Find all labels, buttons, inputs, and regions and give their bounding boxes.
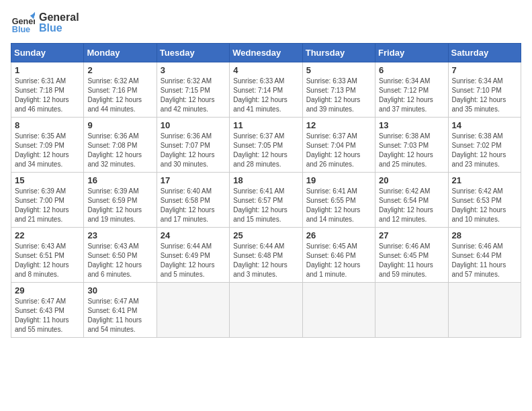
svg-text:Blue: Blue bbox=[12, 25, 30, 34]
day-info: Sunrise: 6:39 AM Sunset: 6:59 PM Dayligh… bbox=[87, 187, 152, 224]
day-cell-1: 1Sunrise: 6:31 AM Sunset: 7:18 PM Daylig… bbox=[11, 62, 84, 118]
day-cell-24: 24Sunrise: 6:44 AM Sunset: 6:49 PM Dayli… bbox=[157, 228, 229, 283]
day-cell-12: 12Sunrise: 6:37 AM Sunset: 7:04 PM Dayli… bbox=[302, 118, 375, 173]
empty-cell bbox=[157, 283, 229, 338]
day-number: 25 bbox=[233, 230, 298, 240]
week-row-1: 1Sunrise: 6:31 AM Sunset: 7:18 PM Daylig… bbox=[11, 62, 521, 118]
empty-cell bbox=[230, 283, 302, 338]
day-info: Sunrise: 6:44 AM Sunset: 6:49 PM Dayligh… bbox=[161, 242, 226, 279]
day-number: 10 bbox=[161, 120, 226, 130]
day-info: Sunrise: 6:36 AM Sunset: 7:08 PM Dayligh… bbox=[87, 132, 152, 169]
day-info: Sunrise: 6:40 AM Sunset: 6:58 PM Dayligh… bbox=[161, 187, 226, 224]
day-cell-15: 15Sunrise: 6:39 AM Sunset: 7:00 PM Dayli… bbox=[11, 173, 84, 228]
day-number: 21 bbox=[452, 175, 517, 185]
weekday-monday: Monday bbox=[84, 44, 157, 62]
weekday-sunday: Sunday bbox=[11, 44, 84, 62]
weekday-wednesday: Wednesday bbox=[230, 44, 302, 62]
day-cell-7: 7Sunrise: 6:34 AM Sunset: 7:10 PM Daylig… bbox=[448, 62, 521, 118]
empty-cell bbox=[302, 283, 375, 338]
day-info: Sunrise: 6:33 AM Sunset: 7:13 PM Dayligh… bbox=[306, 77, 371, 114]
day-cell-28: 28Sunrise: 6:46 AM Sunset: 6:44 PM Dayli… bbox=[448, 228, 521, 283]
day-number: 29 bbox=[15, 285, 80, 295]
day-cell-14: 14Sunrise: 6:38 AM Sunset: 7:02 PM Dayli… bbox=[448, 118, 521, 173]
day-number: 5 bbox=[306, 65, 371, 75]
week-row-2: 8Sunrise: 6:35 AM Sunset: 7:09 PM Daylig… bbox=[11, 118, 521, 173]
page-header: General Blue General Blue bbox=[11, 11, 521, 35]
day-info: Sunrise: 6:33 AM Sunset: 7:14 PM Dayligh… bbox=[233, 77, 298, 114]
day-info: Sunrise: 6:39 AM Sunset: 7:00 PM Dayligh… bbox=[15, 187, 80, 224]
day-cell-18: 18Sunrise: 6:41 AM Sunset: 6:57 PM Dayli… bbox=[230, 173, 302, 228]
logo: General Blue General Blue bbox=[11, 11, 79, 35]
day-info: Sunrise: 6:45 AM Sunset: 6:46 PM Dayligh… bbox=[306, 242, 371, 279]
day-cell-22: 22Sunrise: 6:43 AM Sunset: 6:51 PM Dayli… bbox=[11, 228, 84, 283]
day-info: Sunrise: 6:42 AM Sunset: 6:53 PM Dayligh… bbox=[452, 187, 517, 224]
day-info: Sunrise: 6:37 AM Sunset: 7:04 PM Dayligh… bbox=[306, 132, 371, 169]
day-number: 24 bbox=[161, 230, 226, 240]
day-info: Sunrise: 6:38 AM Sunset: 7:02 PM Dayligh… bbox=[452, 132, 517, 169]
day-info: Sunrise: 6:43 AM Sunset: 6:51 PM Dayligh… bbox=[15, 242, 80, 279]
day-cell-20: 20Sunrise: 6:42 AM Sunset: 6:54 PM Dayli… bbox=[375, 173, 448, 228]
day-number: 28 bbox=[452, 230, 517, 240]
day-number: 12 bbox=[306, 120, 371, 130]
day-info: Sunrise: 6:34 AM Sunset: 7:12 PM Dayligh… bbox=[379, 77, 444, 114]
day-info: Sunrise: 6:47 AM Sunset: 6:41 PM Dayligh… bbox=[87, 297, 152, 334]
weekday-tuesday: Tuesday bbox=[157, 44, 229, 62]
day-number: 27 bbox=[379, 230, 444, 240]
day-info: Sunrise: 6:37 AM Sunset: 7:05 PM Dayligh… bbox=[233, 132, 298, 169]
day-info: Sunrise: 6:31 AM Sunset: 7:18 PM Dayligh… bbox=[15, 77, 80, 114]
day-cell-9: 9Sunrise: 6:36 AM Sunset: 7:08 PM Daylig… bbox=[84, 118, 157, 173]
day-cell-8: 8Sunrise: 6:35 AM Sunset: 7:09 PM Daylig… bbox=[11, 118, 84, 173]
weekday-friday: Friday bbox=[375, 44, 448, 62]
day-info: Sunrise: 6:32 AM Sunset: 7:15 PM Dayligh… bbox=[161, 77, 226, 114]
day-cell-2: 2Sunrise: 6:32 AM Sunset: 7:16 PM Daylig… bbox=[84, 62, 157, 118]
day-info: Sunrise: 6:41 AM Sunset: 6:57 PM Dayligh… bbox=[233, 187, 298, 224]
day-info: Sunrise: 6:47 AM Sunset: 6:43 PM Dayligh… bbox=[15, 297, 80, 334]
day-cell-11: 11Sunrise: 6:37 AM Sunset: 7:05 PM Dayli… bbox=[230, 118, 302, 173]
day-number: 14 bbox=[452, 120, 517, 130]
day-cell-30: 30Sunrise: 6:47 AM Sunset: 6:41 PM Dayli… bbox=[84, 283, 157, 338]
day-cell-26: 26Sunrise: 6:45 AM Sunset: 6:46 PM Dayli… bbox=[302, 228, 375, 283]
day-cell-25: 25Sunrise: 6:44 AM Sunset: 6:48 PM Dayli… bbox=[230, 228, 302, 283]
day-cell-21: 21Sunrise: 6:42 AM Sunset: 6:53 PM Dayli… bbox=[448, 173, 521, 228]
day-number: 4 bbox=[233, 65, 298, 75]
empty-cell bbox=[375, 283, 448, 338]
day-cell-6: 6Sunrise: 6:34 AM Sunset: 7:12 PM Daylig… bbox=[375, 62, 448, 118]
day-number: 16 bbox=[87, 175, 152, 185]
day-number: 15 bbox=[15, 175, 80, 185]
day-number: 30 bbox=[87, 285, 152, 295]
day-cell-19: 19Sunrise: 6:41 AM Sunset: 6:55 PM Dayli… bbox=[302, 173, 375, 228]
empty-cell bbox=[448, 283, 521, 338]
day-number: 1 bbox=[15, 65, 80, 75]
day-info: Sunrise: 6:36 AM Sunset: 7:07 PM Dayligh… bbox=[161, 132, 226, 169]
day-cell-5: 5Sunrise: 6:33 AM Sunset: 7:13 PM Daylig… bbox=[302, 62, 375, 118]
day-cell-4: 4Sunrise: 6:33 AM Sunset: 7:14 PM Daylig… bbox=[230, 62, 302, 118]
day-info: Sunrise: 6:44 AM Sunset: 6:48 PM Dayligh… bbox=[233, 242, 298, 279]
day-cell-27: 27Sunrise: 6:46 AM Sunset: 6:45 PM Dayli… bbox=[375, 228, 448, 283]
day-cell-17: 17Sunrise: 6:40 AM Sunset: 6:58 PM Dayli… bbox=[157, 173, 229, 228]
day-info: Sunrise: 6:34 AM Sunset: 7:10 PM Dayligh… bbox=[452, 77, 517, 114]
logo-icon: General Blue bbox=[11, 11, 35, 35]
day-number: 6 bbox=[379, 65, 444, 75]
week-row-4: 22Sunrise: 6:43 AM Sunset: 6:51 PM Dayli… bbox=[11, 228, 521, 283]
weekday-saturday: Saturday bbox=[448, 44, 521, 62]
day-number: 3 bbox=[161, 65, 226, 75]
day-cell-16: 16Sunrise: 6:39 AM Sunset: 6:59 PM Dayli… bbox=[84, 173, 157, 228]
day-info: Sunrise: 6:46 AM Sunset: 6:45 PM Dayligh… bbox=[379, 242, 444, 279]
day-number: 11 bbox=[233, 120, 298, 130]
day-cell-3: 3Sunrise: 6:32 AM Sunset: 7:15 PM Daylig… bbox=[157, 62, 229, 118]
day-number: 17 bbox=[161, 175, 226, 185]
day-info: Sunrise: 6:46 AM Sunset: 6:44 PM Dayligh… bbox=[452, 242, 517, 279]
day-number: 20 bbox=[379, 175, 444, 185]
day-cell-10: 10Sunrise: 6:36 AM Sunset: 7:07 PM Dayli… bbox=[157, 118, 229, 173]
day-info: Sunrise: 6:38 AM Sunset: 7:03 PM Dayligh… bbox=[379, 132, 444, 169]
day-number: 18 bbox=[233, 175, 298, 185]
day-number: 13 bbox=[379, 120, 444, 130]
day-number: 9 bbox=[87, 120, 152, 130]
day-info: Sunrise: 6:42 AM Sunset: 6:54 PM Dayligh… bbox=[379, 187, 444, 224]
day-number: 19 bbox=[306, 175, 371, 185]
day-info: Sunrise: 6:32 AM Sunset: 7:16 PM Dayligh… bbox=[87, 77, 152, 114]
day-number: 23 bbox=[87, 230, 152, 240]
day-number: 7 bbox=[452, 65, 517, 75]
day-number: 2 bbox=[87, 65, 152, 75]
weekday-thursday: Thursday bbox=[302, 44, 375, 62]
